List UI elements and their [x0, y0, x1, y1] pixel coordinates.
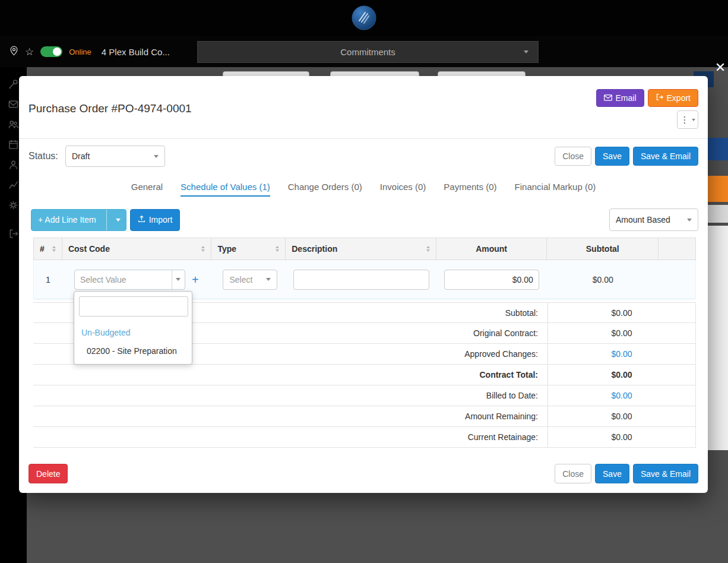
add-line-item-label: + Add Line Item — [31, 215, 103, 224]
chevron-down-icon — [176, 278, 181, 281]
column-header-label: Description — [292, 244, 337, 254]
upload-icon — [138, 215, 145, 224]
page-title: Purchase Order #PO-4974-0001 — [29, 102, 192, 115]
summary-label: Amount Remaining: — [33, 406, 547, 426]
envelope-icon — [604, 93, 612, 103]
summary-row-current-retainage: Current Retainage: $0.00 — [33, 427, 696, 448]
tab-schedule-of-values[interactable]: Schedule of Values (1) — [181, 182, 270, 197]
export-button[interactable]: Export — [648, 89, 698, 107]
save-email-button-top[interactable]: Save & Email — [633, 147, 698, 166]
add-line-item-button[interactable]: + Add Line Item — [31, 209, 126, 231]
summary-row-amount-remaining: Amount Remaining: $0.00 — [33, 406, 696, 427]
column-header-actions — [659, 238, 695, 260]
add-cost-code-button[interactable]: + — [192, 274, 199, 286]
sort-icon — [201, 246, 205, 252]
amount-input[interactable] — [444, 270, 539, 290]
location-pin-icon[interactable] — [10, 46, 18, 58]
app-logo-icon[interactable] — [352, 5, 376, 30]
chevron-down-icon — [154, 155, 159, 158]
summary-label: Billed to Date: — [33, 385, 547, 406]
subtotal-cell: $0.00 — [547, 275, 659, 284]
cost-code-dropdown-panel: Un-Budgeted 02200 - Site Preparation — [74, 291, 192, 365]
delete-button[interactable]: Delete — [29, 464, 68, 483]
module-selector-value: Commitments — [340, 47, 395, 57]
background-panel-fragment — [708, 176, 728, 202]
close-button-top[interactable]: Close — [555, 147, 591, 166]
column-header-cost-code[interactable]: Cost Code — [62, 238, 212, 260]
column-header-amount[interactable]: Amount — [436, 238, 547, 260]
chevron-down-icon — [116, 219, 121, 222]
header-divider — [19, 138, 708, 139]
top-app-bar — [0, 0, 728, 36]
cost-code-select[interactable]: Select Value — [74, 270, 185, 290]
toggle-knob — [53, 48, 61, 56]
summary-value: $0.00 — [547, 365, 696, 385]
more-options-button[interactable]: ⋮ — [677, 110, 698, 129]
email-button-label: Email — [616, 93, 637, 103]
summary-value-link[interactable]: $0.00 — [547, 385, 696, 406]
column-header-type[interactable]: Type — [211, 238, 286, 260]
description-input[interactable] — [293, 270, 429, 290]
close-button-bottom[interactable]: Close — [555, 464, 591, 483]
status-select[interactable]: Draft — [65, 146, 165, 167]
export-button-label: Export — [667, 93, 691, 103]
summary-row-billed-to-date: Billed to Date: $0.00 — [33, 385, 696, 406]
cost-code-cell: Select Value + — [62, 270, 212, 290]
amount-cell — [436, 270, 547, 290]
save-button-top[interactable]: Save — [595, 147, 629, 166]
summary-value: $0.00 — [547, 427, 696, 447]
line-items-table: # Cost Code Type Description Amount — [33, 238, 696, 299]
summary-value-link[interactable]: $0.00 — [547, 344, 696, 364]
amount-based-value: Amount Based — [616, 215, 670, 224]
column-header-num[interactable]: # — [34, 238, 62, 260]
project-name[interactable]: 4 Plex Build Co... — [102, 47, 170, 57]
sort-icon — [52, 246, 56, 252]
column-header-label: Subtotal — [586, 244, 619, 254]
save-button-bottom[interactable]: Save — [595, 464, 629, 483]
online-toggle[interactable] — [40, 46, 62, 57]
chevron-down-icon — [687, 219, 692, 222]
tab-invoices[interactable]: Invoices (0) — [380, 182, 426, 197]
sort-icon — [426, 246, 430, 252]
summary-value: $0.00 — [547, 303, 696, 322]
summary-label: Contract Total: — [33, 365, 547, 385]
import-button-label: Import — [149, 215, 173, 224]
background-panel-fragment — [708, 205, 728, 223]
column-header-subtotal[interactable]: Subtotal — [547, 238, 659, 260]
chevron-down-icon — [524, 50, 528, 53]
chevron-down-icon — [692, 119, 695, 121]
star-icon[interactable]: ☆ — [25, 47, 34, 57]
app-screen: ☆ Online 4 Plex Build Co... Commitments — [0, 0, 728, 563]
cost-code-group-label[interactable]: Un-Budgeted — [74, 324, 192, 341]
add-line-item-caret[interactable] — [110, 210, 126, 230]
tab-bar: General Schedule of Values (1) Change Or… — [19, 182, 708, 197]
summary-row-contract-total: Contract Total: $0.00 — [33, 365, 696, 385]
tab-financial-markup[interactable]: Financial Markup (0) — [515, 182, 596, 197]
column-header-label: Amount — [476, 244, 507, 254]
chevron-down-icon — [266, 278, 271, 281]
type-cell: Select — [211, 270, 286, 290]
amount-based-select[interactable]: Amount Based — [609, 208, 698, 231]
kebab-icon: ⋮ — [680, 115, 689, 125]
cost-code-search-input[interactable] — [79, 296, 188, 317]
export-icon — [656, 93, 663, 103]
tab-general[interactable]: General — [131, 182, 163, 197]
tab-payments[interactable]: Payments (0) — [444, 182, 496, 197]
save-email-button-bottom[interactable]: Save & Email — [633, 464, 698, 483]
row-number: 1 — [34, 275, 62, 284]
type-select[interactable]: Select — [223, 270, 277, 290]
close-icon[interactable]: ✕ — [713, 60, 728, 75]
status-label: Status: — [29, 151, 58, 162]
description-cell — [286, 270, 436, 290]
column-header-description[interactable]: Description — [286, 238, 436, 260]
summary-value: $0.00 — [547, 323, 696, 343]
cost-code-option[interactable]: 02200 - Site Preparation — [74, 341, 192, 361]
split-divider — [106, 210, 107, 230]
online-status-label: Online — [69, 48, 91, 56]
import-button[interactable]: Import — [130, 209, 181, 231]
email-button[interactable]: Email — [596, 89, 644, 107]
purchase-order-modal: Email Export Purchase Order #PO-4974-000… — [19, 76, 708, 493]
module-selector-dropdown[interactable]: Commitments — [197, 41, 539, 63]
tab-change-orders[interactable]: Change Orders (0) — [288, 182, 362, 197]
sort-icon — [276, 246, 279, 252]
